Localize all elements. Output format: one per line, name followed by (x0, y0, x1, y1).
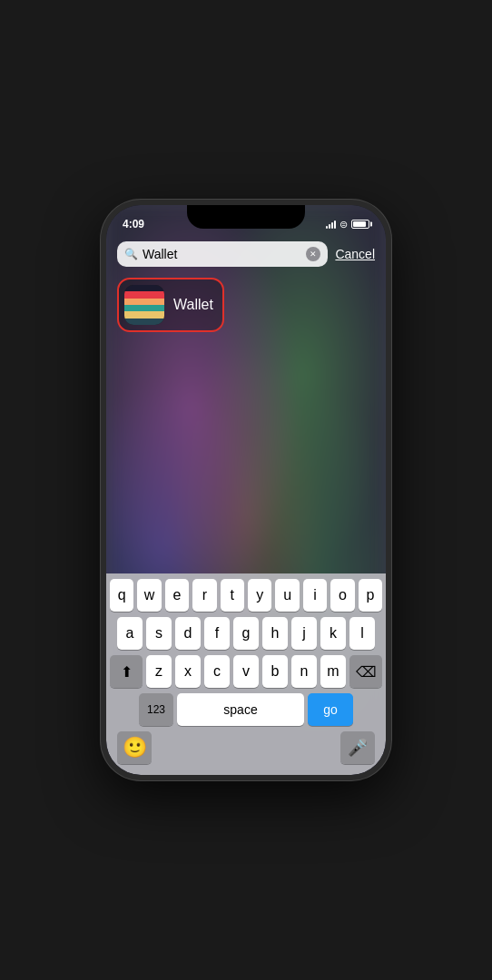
key-t[interactable]: t (221, 579, 244, 612)
key-q[interactable]: q (110, 579, 133, 612)
key-v[interactable]: v (233, 655, 259, 688)
key-r[interactable]: r (192, 579, 216, 612)
key-p[interactable]: p (359, 579, 382, 612)
key-x[interactable]: x (175, 655, 201, 688)
key-h[interactable]: h (262, 617, 288, 650)
status-time: 4:09 (123, 218, 144, 230)
search-icon: 🔍 (124, 248, 138, 260)
search-bar[interactable]: 🔍 Wallet ✕ (117, 241, 328, 267)
key-k[interactable]: k (320, 617, 346, 650)
search-results: Wallet (106, 272, 386, 338)
key-n[interactable]: n (291, 655, 317, 688)
key-o[interactable]: o (330, 579, 354, 612)
go-key[interactable]: go (308, 693, 353, 726)
key-u[interactable]: u (275, 579, 299, 612)
keyboard: q w e r t y u i o p a s d f g (106, 573, 386, 775)
keyboard-row-2: a s d f g h j k l (110, 617, 382, 650)
search-clear-button[interactable]: ✕ (306, 247, 320, 261)
key-i[interactable]: i (303, 579, 327, 612)
key-g[interactable]: g (233, 617, 259, 650)
key-j[interactable]: j (291, 617, 317, 650)
wallet-result-item[interactable]: Wallet (117, 278, 224, 332)
screen: 4:09 ⊜ 🔍 Wa (106, 205, 386, 775)
shift-key[interactable]: ⬆ (110, 655, 143, 688)
phone-frame: 4:09 ⊜ 🔍 Wa (101, 200, 391, 780)
wallet-app-label: Wallet (173, 297, 213, 313)
search-input[interactable]: Wallet (143, 247, 301, 261)
key-d[interactable]: d (175, 617, 201, 650)
emoji-key[interactable]: 🙂 (117, 731, 152, 764)
battery-icon (351, 220, 369, 229)
wifi-icon: ⊜ (339, 219, 348, 230)
search-area: 🔍 Wallet ✕ Cancel (106, 236, 386, 272)
delete-key[interactable]: ⌫ (349, 655, 382, 688)
signal-icon (326, 220, 336, 229)
key-e[interactable]: e (165, 579, 189, 612)
key-l[interactable]: l (349, 617, 375, 650)
key-y[interactable]: y (248, 579, 271, 612)
cancel-button[interactable]: Cancel (335, 247, 375, 261)
phone-screen: 4:09 ⊜ 🔍 Wa (106, 205, 386, 775)
status-icons: ⊜ (326, 219, 369, 230)
keyboard-bottom-row: 🙂 🎤 (110, 731, 382, 764)
wallet-app-icon (124, 285, 164, 325)
key-s[interactable]: s (146, 617, 172, 650)
numbers-key[interactable]: 123 (139, 693, 173, 726)
key-z[interactable]: z (146, 655, 172, 688)
key-b[interactable]: b (262, 655, 288, 688)
keyboard-row-1: q w e r t y u i o p (110, 579, 382, 612)
space-key[interactable]: space (177, 693, 304, 726)
keyboard-row-4: 123 space go (110, 693, 382, 726)
key-c[interactable]: c (204, 655, 230, 688)
microphone-key[interactable]: 🎤 (340, 731, 375, 764)
keyboard-row-3: ⬆ z x c v b n m ⌫ (110, 655, 382, 688)
key-m[interactable]: m (320, 655, 346, 688)
key-f[interactable]: f (204, 617, 230, 650)
key-a[interactable]: a (117, 617, 143, 650)
key-w[interactable]: w (137, 579, 161, 612)
notch (187, 205, 305, 229)
